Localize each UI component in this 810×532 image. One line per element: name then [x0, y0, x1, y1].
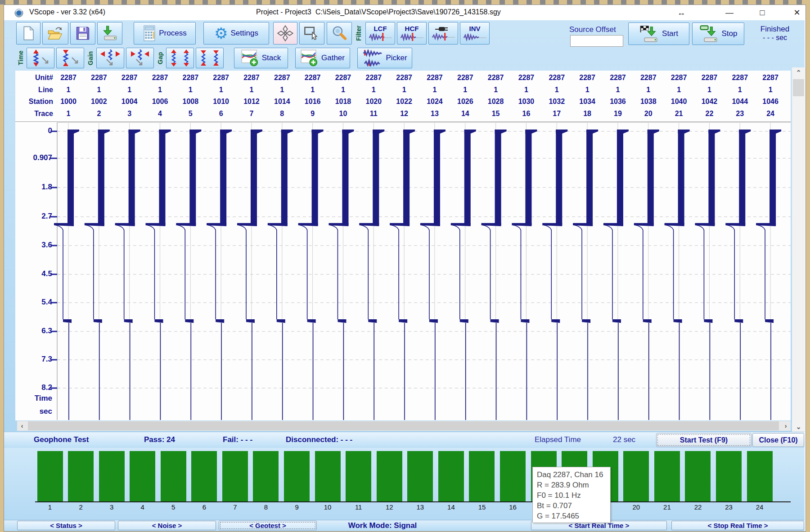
channel-bar[interactable]: [654, 451, 680, 501]
channel-bar[interactable]: [284, 451, 310, 501]
minimize-button[interactable]: —: [720, 7, 738, 18]
stop-real-time-button[interactable]: < Stop Real Time >: [671, 521, 804, 530]
channel-bar[interactable]: [716, 451, 742, 501]
channel-bar[interactable]: [747, 451, 773, 501]
header-cell: 1: [634, 84, 663, 96]
trace-header-column: 22871103820: [634, 72, 663, 120]
scroll-left-icon[interactable]: ‹: [17, 421, 27, 431]
channel-bar[interactable]: [99, 451, 125, 501]
channel-bar[interactable]: [377, 451, 402, 501]
gain-expand-button[interactable]: [96, 48, 124, 68]
time-compress-icon: [59, 49, 81, 67]
gain-compress-button[interactable]: [126, 48, 154, 68]
vertical-scroll-thumb[interactable]: [793, 79, 804, 96]
channel-bar[interactable]: [407, 451, 433, 501]
channel-bar[interactable]: [37, 451, 63, 501]
vertical-scrollbar[interactable]: ⌃ ⌄: [792, 67, 805, 432]
channel-bar[interactable]: [315, 451, 341, 501]
seismic-trace-plot[interactable]: [9, 122, 791, 420]
inv-filter-button[interactable]: INV: [460, 22, 490, 45]
channel-bar[interactable]: [685, 451, 711, 501]
close-button[interactable]: ✕: [788, 7, 806, 18]
gather-chart-icon: [301, 49, 319, 67]
channel-bar[interactable]: [438, 451, 464, 501]
channel-number: 1: [40, 503, 60, 511]
lcf-filter-button[interactable]: LCF: [365, 22, 395, 45]
stack-button[interactable]: Stack: [234, 48, 288, 68]
channel-bar[interactable]: [500, 451, 526, 501]
geotest-fail: Fail: - - -: [223, 435, 252, 444]
header-row-label: Unit#: [18, 72, 53, 84]
trace-header-column: 2287110148: [267, 72, 297, 120]
start-button[interactable]: Start: [628, 22, 689, 45]
pan-tool-button[interactable]: [273, 22, 297, 45]
gap-expand-button[interactable]: [166, 48, 194, 68]
header-cell: 24: [756, 108, 785, 120]
header-cell: 2287: [328, 72, 358, 84]
channel-bar[interactable]: [623, 451, 649, 501]
scroll-down-icon[interactable]: ⌄: [792, 422, 805, 432]
time-compress-button[interactable]: [56, 48, 84, 68]
channel-bar[interactable]: [469, 451, 495, 501]
scroll-right-icon[interactable]: ›: [781, 421, 791, 431]
source-offset-input[interactable]: [570, 35, 623, 47]
notch-filter-button[interactable]: [428, 22, 458, 45]
channel-bar[interactable]: [161, 451, 186, 501]
geotest-button[interactable]: < Geotest >: [219, 521, 317, 530]
channel-bar[interactable]: [130, 451, 155, 501]
channel-number: 8: [256, 503, 276, 511]
close-test-button[interactable]: Close (F10): [752, 433, 804, 447]
channel-number: 10: [318, 503, 338, 511]
gear-icon: ⚙: [214, 26, 228, 41]
channel-bar[interactable]: [68, 451, 94, 501]
open-project-button[interactable]: [42, 22, 68, 45]
picker-button[interactable]: Picker: [357, 48, 412, 68]
header-cell: 2287: [267, 72, 297, 84]
trace-header-labels: Unit#LineStationTrace: [18, 72, 53, 121]
channel-bar[interactable]: [253, 451, 279, 501]
select-tool-button[interactable]: [299, 22, 324, 45]
title-bar[interactable]: VScope - ver 3.32 (x64) Project - Projec…: [4, 5, 805, 20]
channel-bar[interactable]: [346, 451, 371, 501]
gap-compress-button[interactable]: [196, 48, 224, 68]
gather-button[interactable]: Gather: [295, 48, 350, 68]
header-cell: 1042: [694, 96, 724, 108]
horizontal-scroll-thumb[interactable]: [28, 421, 779, 430]
header-cell: 16: [511, 108, 541, 120]
maximize-button[interactable]: □: [753, 7, 771, 18]
header-cell: 2287: [389, 72, 419, 84]
channel-bar[interactable]: [191, 451, 217, 501]
trace-header-column: 22871102413: [420, 72, 450, 120]
header-cell: 23: [725, 108, 755, 120]
header-cell: 2287: [725, 72, 755, 84]
noise-button[interactable]: < Noise >: [118, 521, 216, 530]
time-expand-button[interactable]: [27, 48, 54, 68]
header-cell: 8: [267, 108, 297, 120]
resize-icon[interactable]: ↔: [672, 7, 690, 18]
channel-bar[interactable]: [222, 451, 248, 501]
scroll-up-icon[interactable]: ⌃: [792, 67, 805, 77]
hcf-filter-button[interactable]: HCF: [397, 22, 427, 45]
header-cell: 1028: [481, 96, 511, 108]
status-button[interactable]: < Status >: [17, 521, 115, 530]
save-button[interactable]: [70, 22, 95, 45]
geotest-disconnected: Disconnected: - - -: [286, 435, 352, 444]
channel-tooltip: Daq 2287, Chan 16 R = 283.9 Ohm F0 = 10.…: [532, 467, 611, 523]
inv-wave-icon: [463, 32, 486, 41]
stop-button[interactable]: Stop: [692, 22, 744, 45]
inv-label: INV: [469, 26, 480, 32]
start-test-button[interactable]: Start Test (F9): [656, 433, 752, 447]
zoom-tool-button[interactable]: [327, 22, 352, 45]
stop-battery-icon: [699, 25, 719, 43]
process-button[interactable]: Process: [134, 22, 196, 45]
finished-label: Finished: [748, 25, 802, 34]
stack-label: Stack: [262, 54, 281, 63]
gain-compress-icon: [129, 49, 151, 67]
load-file-button[interactable]: [97, 22, 122, 45]
header-row-label: Station: [18, 96, 53, 108]
new-file-button[interactable]: [16, 22, 40, 45]
header-cell: 1006: [145, 96, 175, 108]
settings-button[interactable]: ⚙ Settings: [203, 22, 269, 45]
elapsed-time-label: Elapsed Time: [535, 435, 581, 444]
work-mode-label: Work Mode: Signal: [320, 521, 446, 530]
